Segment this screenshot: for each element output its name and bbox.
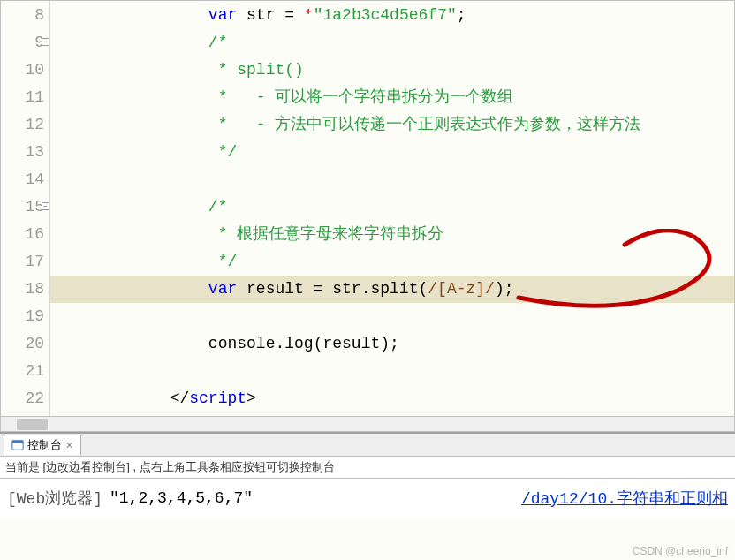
line-number: 14 <box>1 166 44 193</box>
code-line: */ <box>50 248 734 276</box>
console-tab[interactable]: 控制台 ✕ <box>4 435 81 455</box>
code-content[interactable]: var str = ⁺"1a2b3c4d5e6f7"; /* * split()… <box>50 1 734 416</box>
line-number: 12 <box>1 111 44 139</box>
console-source-link[interactable]: /day12/10.字符串和正则相 <box>521 488 728 509</box>
console-logged-value: "1,2,3,4,5,6,7" <box>110 489 253 507</box>
line-number: 9− <box>1 29 44 57</box>
console-icon <box>11 439 24 451</box>
line-number: 17 <box>1 248 44 276</box>
line-number: 20 <box>1 330 44 358</box>
code-line-highlighted: var result = str.split(/[A-z]/); <box>50 276 734 303</box>
scrollbar-thumb[interactable] <box>17 419 48 430</box>
fold-toggle-icon[interactable]: − <box>42 202 49 210</box>
code-line: var str = ⁺"1a2b3c4d5e6f7"; <box>50 2 734 29</box>
watermark-text: CSDN @cheerio_inf <box>633 545 728 557</box>
tab-label: 控制台 <box>27 437 62 453</box>
code-line: * - 方法中可以传递一个正则表达式作为参数，这样方法 <box>50 111 734 139</box>
horizontal-scrollbar[interactable] <box>0 417 735 432</box>
line-number: 8 <box>1 2 44 29</box>
line-number: 19 <box>1 303 44 330</box>
line-number: 10 <box>1 57 44 84</box>
console-source: [Web浏览器] <box>7 488 102 509</box>
line-number: 21 <box>1 358 44 385</box>
code-line: console.log(result); <box>50 330 734 358</box>
line-number: 11 <box>1 84 44 111</box>
line-number: 13 <box>1 139 44 166</box>
code-editor: 8 9− 10 11 12 13 14 15− 16 17 18 19 20 2… <box>0 0 735 417</box>
code-line <box>50 166 734 193</box>
code-line: */ <box>50 139 734 166</box>
line-number: 18 <box>1 276 44 303</box>
console-status-text: 当前是 [边改边看控制台] , 点右上角工具条相应按钮可切换控制台 <box>0 457 735 479</box>
line-number: 22 <box>1 385 44 412</box>
code-line <box>50 358 734 385</box>
code-line: </script> <box>50 385 734 412</box>
code-line: /* <box>50 29 734 57</box>
code-line: * split() <box>50 57 734 84</box>
line-gutter: 8 9− 10 11 12 13 14 15− 16 17 18 19 20 2… <box>1 1 50 416</box>
svg-rect-1 <box>12 441 23 443</box>
line-number: 16 <box>1 221 44 248</box>
fold-toggle-icon[interactable]: − <box>42 38 49 46</box>
tab-close-icon[interactable]: ✕ <box>65 440 73 451</box>
code-line: * - 可以将一个字符串拆分为一个数组 <box>50 84 734 111</box>
code-line <box>50 303 734 330</box>
caret-icon: ⁺ <box>304 6 314 24</box>
panel-tab-bar: 控制台 ✕ <box>0 434 735 457</box>
line-number: 15− <box>1 193 44 221</box>
console-panel: 控制台 ✕ 当前是 [边改边看控制台] , 点右上角工具条相应按钮可切换控制台 … <box>0 432 735 518</box>
code-line: * 根据任意字母来将字符串拆分 <box>50 221 734 248</box>
console-output-row: [Web浏览器] "1,2,3,4,5,6,7" /day12/10.字符串和正… <box>0 479 735 518</box>
code-line: /* <box>50 193 734 221</box>
